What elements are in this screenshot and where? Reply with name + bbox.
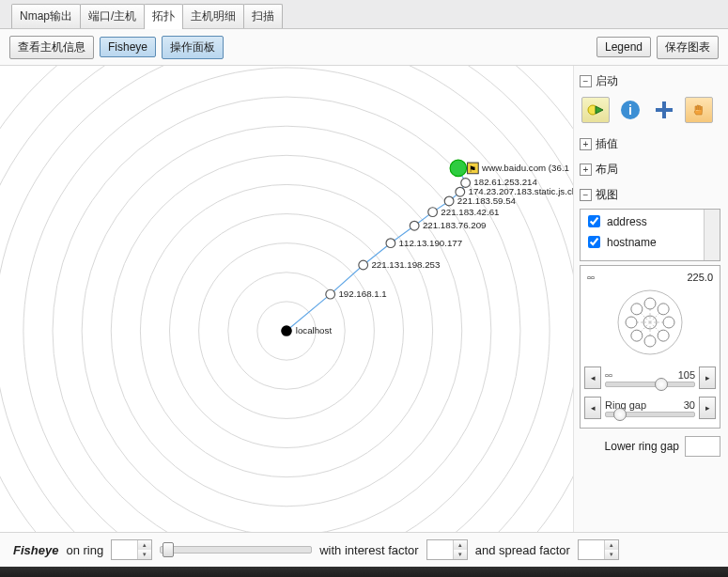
tab-topology[interactable]: 拓扑 (144, 4, 183, 29)
lower-ring-gap-label: Lower ring gap (605, 440, 679, 453)
tab-nmap-output[interactable]: Nmap输出 (11, 4, 81, 28)
slider1-knob[interactable] (655, 378, 668, 391)
slider2-knob[interactable] (613, 408, 627, 421)
view-host-info-button[interactable]: 查看主机信息 (9, 36, 94, 59)
view-option-hostname[interactable]: hostname (584, 233, 700, 251)
interest-factor-label: with interest factor (319, 543, 419, 557)
group-view-header[interactable]: − 视图 (580, 185, 720, 205)
tab-scan[interactable]: 扫描 (243, 4, 283, 28)
svg-text:221.183.76.209: 221.183.76.209 (423, 220, 487, 230)
svg-text:192.168.1.1: 192.168.1.1 (338, 288, 386, 299)
svg-text:localhost: localhost (296, 325, 333, 335)
add-button[interactable] (651, 98, 677, 122)
svg-point-10 (0, 66, 573, 532)
slider2-right[interactable]: ▸ (699, 397, 716, 419)
spinner-up[interactable]: ▴ (454, 540, 467, 550)
on-ring-label: on ring (66, 543, 103, 557)
group-interpolation-header[interactable]: + 插值 (580, 134, 720, 154)
spinner-up[interactable]: ▴ (605, 540, 618, 550)
slider1-marks: ▫▫ (605, 369, 612, 381)
fisheye-bar: Fisheye on ring ▴▾ with interest factor … (0, 532, 728, 567)
fisheye-slider-knob[interactable] (163, 542, 174, 557)
svg-text:⚑: ⚑ (469, 164, 476, 174)
tab-ports-hosts[interactable]: 端口/主机 (80, 4, 145, 28)
address-checkbox[interactable] (588, 215, 600, 227)
group-interpolation-label: 插值 (596, 136, 618, 152)
spinner-down[interactable]: ▾ (605, 550, 618, 559)
svg-point-28 (461, 179, 471, 188)
fisheye-slider[interactable] (160, 546, 312, 554)
slider2-left[interactable]: ◂ (584, 397, 601, 419)
taskbar (0, 567, 728, 577)
control-panel-button[interactable]: 操作面板 (162, 36, 224, 59)
topology-node[interactable]: 221.183.59.54 (444, 195, 516, 206)
topology-node[interactable]: localhost (282, 325, 332, 335)
svg-point-26 (456, 187, 465, 196)
topology-node[interactable]: 112.13.190.177 (386, 238, 462, 248)
info-icon: i (620, 100, 641, 120)
lower-ring-gap-input[interactable] (685, 436, 720, 457)
on-ring-spinner[interactable]: ▴▾ (111, 539, 152, 560)
spread-factor-label: and spread factor (475, 543, 570, 557)
view-option-address[interactable]: address (584, 212, 700, 230)
spinner-down[interactable]: ▾ (138, 550, 151, 559)
group-start-header[interactable]: − 启动 (580, 71, 720, 91)
svg-point-50 (644, 335, 656, 347)
slider2-value: 30 (684, 399, 695, 411)
legend-button[interactable]: Legend (596, 37, 651, 57)
group-view-label: 视图 (596, 187, 618, 203)
ring-preview-diagram (610, 287, 690, 358)
tab-host-details[interactable]: 主机明细 (182, 4, 244, 28)
interest-factor-spinner[interactable]: ▴▾ (426, 539, 468, 560)
topology-node[interactable]: 174.23.207.183.static.js.chinamob (456, 186, 573, 196)
save-graph-button[interactable]: 保存图表 (657, 36, 719, 59)
topology-canvas[interactable]: localhost192.168.1.1221.131.198.253112.1… (0, 66, 573, 532)
svg-point-12 (282, 326, 291, 335)
svg-point-8 (23, 68, 550, 532)
svg-point-9 (0, 66, 573, 532)
slider1-left[interactable]: ◂ (584, 366, 601, 389)
fisheye-button[interactable]: Fisheye (100, 37, 156, 57)
svg-text:221.183.59.54: 221.183.59.54 (457, 195, 517, 206)
slider1-rail[interactable] (605, 382, 695, 387)
spinner-up[interactable]: ▴ (138, 540, 151, 550)
slider1-right[interactable]: ▸ (699, 366, 716, 389)
start-go-button[interactable] (581, 97, 610, 123)
svg-point-46 (663, 317, 674, 328)
svg-point-54 (626, 317, 637, 328)
topology-node[interactable]: ⚑www.baidu.com (36.1 (450, 160, 569, 177)
collapse-icon: − (580, 75, 592, 87)
slider1-value: 105 (678, 369, 695, 381)
svg-point-16 (359, 260, 368, 270)
toolbar: 查看主机信息 Fisheye 操作面板 Legend 保存图表 (0, 29, 728, 66)
hostname-checkbox[interactable] (588, 236, 600, 248)
group-layout-header[interactable]: + 布局 (580, 160, 720, 179)
expand-icon: + (580, 164, 592, 176)
hand-tool-button[interactable] (685, 97, 713, 123)
scrollbar[interactable] (704, 210, 720, 260)
collapse-icon: − (580, 189, 592, 201)
info-button[interactable]: i (617, 98, 643, 122)
spread-factor-spinner[interactable]: ▴▾ (578, 539, 619, 560)
svg-point-56 (631, 304, 643, 315)
svg-point-20 (410, 221, 419, 230)
svg-point-18 (386, 239, 395, 248)
slider2-label: Ring gap (605, 399, 646, 411)
spinner-down[interactable]: ▾ (454, 550, 467, 559)
svg-text:221.131.198.253: 221.131.198.253 (371, 259, 440, 270)
group-layout-label: 布局 (596, 162, 618, 178)
svg-point-22 (428, 208, 438, 217)
svg-point-52 (631, 330, 643, 341)
svg-point-42 (644, 298, 656, 309)
side-panel: − 启动 i (573, 66, 728, 532)
topology-node[interactable]: 221.183.76.209 (410, 220, 486, 230)
svg-point-48 (658, 330, 669, 341)
go-arrow-icon (587, 103, 604, 117)
plus-icon (654, 100, 674, 120)
svg-point-7 (53, 97, 520, 532)
svg-rect-38 (656, 108, 673, 112)
topology-node[interactable]: 221.131.198.253 (359, 259, 441, 270)
top-tabs: Nmap输出 端口/主机 拓扑 主机明细 扫描 (0, 0, 728, 29)
slider2-rail[interactable] (605, 412, 695, 417)
svg-text:174.23.207.183.static.js.china: 174.23.207.183.static.js.chinamob (469, 186, 573, 196)
